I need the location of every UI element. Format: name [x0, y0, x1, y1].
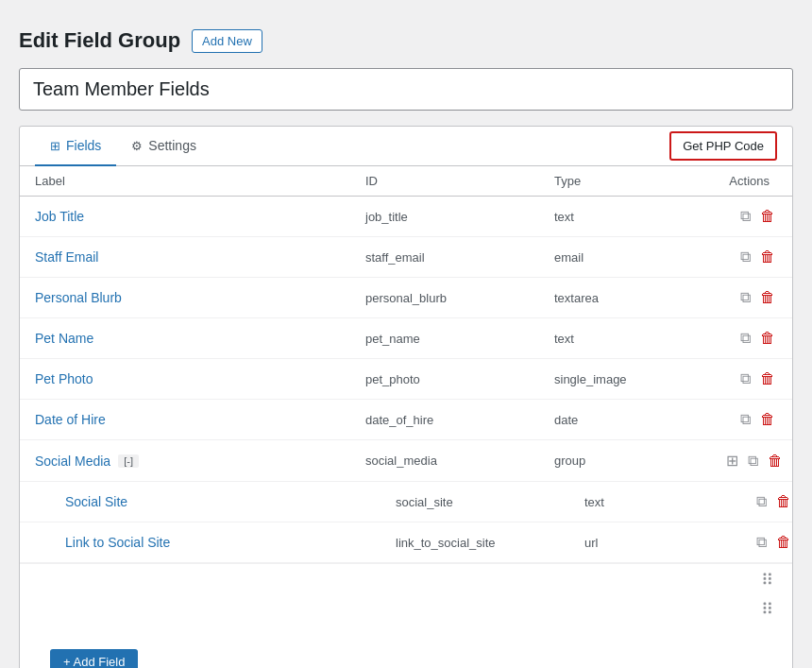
field-id-date-of-hire: date_of_hire — [365, 413, 554, 427]
tab-settings[interactable]: ⚙ Settings — [116, 127, 211, 166]
table-row: Pet Name pet_name text ⧉ 🗑 — [20, 318, 792, 359]
actions-pet-name: ⧉ 🗑 — [724, 328, 777, 349]
copy-social-media-button[interactable]: ⧉ — [746, 451, 760, 471]
table-row: Social Media [-] social_media group ⊞ ⧉ … — [20, 440, 792, 482]
table-row: Link to Social Site link_to_social_site … — [20, 522, 792, 563]
svg-rect-11 — [769, 611, 771, 614]
actions-social-site: ⧉ 🗑 — [754, 491, 793, 512]
field-id-staff-email: staff_email — [365, 250, 554, 265]
group-name-input[interactable] — [19, 68, 793, 111]
field-type-link-to-social-site: url — [584, 536, 754, 550]
delete-social-media-button[interactable]: 🗑 — [766, 451, 785, 471]
field-id-social-media: social_media — [365, 454, 554, 468]
delete-pet-photo-button[interactable]: 🗑 — [758, 368, 777, 389]
svg-rect-9 — [769, 603, 771, 606]
field-type-social-media: group — [554, 454, 724, 468]
delete-pet-name-button[interactable]: 🗑 — [758, 328, 777, 349]
field-type-social-site: text — [584, 495, 754, 509]
copy-pet-name-button[interactable]: ⧉ — [738, 328, 753, 349]
add-field-button[interactable]: + Add Field — [50, 649, 138, 668]
settings-tab-icon: ⚙ — [131, 139, 143, 153]
svg-rect-4 — [769, 577, 771, 580]
delete-date-of-hire-button[interactable]: 🗑 — [758, 409, 777, 430]
svg-rect-3 — [769, 574, 771, 576]
field-label-pet-photo[interactable]: Pet Photo — [35, 371, 93, 386]
copy-pet-photo-button[interactable]: ⧉ — [738, 368, 753, 389]
svg-rect-2 — [764, 582, 767, 585]
tabs-left: ⊞ Fields ⚙ Settings — [35, 127, 211, 165]
field-label-date-of-hire[interactable]: Date of Hire — [35, 412, 106, 427]
type-column-header: Type — [554, 174, 724, 188]
field-group-card: ⊞ Fields ⚙ Settings Get PHP Code Label I… — [19, 126, 793, 668]
table-row: Job Title job_title text ⧉ 🗑 — [20, 197, 792, 237]
delete-job-title-button[interactable]: 🗑 — [758, 206, 777, 227]
field-id-pet-photo: pet_photo — [365, 372, 554, 386]
field-type-pet-photo: single_image — [554, 372, 724, 386]
copy-date-of-hire-button[interactable]: ⧉ — [738, 409, 753, 430]
field-id-social-site: social_site — [396, 495, 584, 509]
copy-link-social-site-button[interactable]: ⧉ — [754, 532, 769, 553]
field-id-link-to-social-site: link_to_social_site — [396, 536, 584, 550]
table-row: Staff Email staff_email email ⧉ 🗑 — [20, 237, 792, 278]
field-type-pet-name: text — [554, 332, 724, 346]
tab-fields[interactable]: ⊞ Fields — [35, 127, 116, 166]
field-label-personal-blurb[interactable]: Personal Blurb — [35, 290, 122, 305]
field-id-job-title: job_title — [365, 210, 554, 224]
expand-social-media-button[interactable]: ⊞ — [724, 450, 740, 471]
drag-handle-1[interactable] — [760, 570, 777, 591]
table-row: Pet Photo pet_photo single_image ⧉ 🗑 — [20, 359, 792, 400]
actions-job-title: ⧉ 🗑 — [724, 206, 777, 227]
field-type-personal-blurb: textarea — [554, 291, 724, 305]
fields-tab-label: Fields — [66, 138, 101, 153]
table-row: Date of Hire date_of_hire date ⧉ 🗑 — [20, 400, 792, 440]
add-new-button[interactable]: Add New — [192, 29, 262, 53]
actions-personal-blurb: ⧉ 🗑 — [724, 287, 777, 308]
table-row: Personal Blurb personal_blurb textarea ⧉… — [20, 278, 792, 318]
page-title: Edit Field Group — [19, 28, 180, 53]
field-type-date-of-hire: date — [554, 413, 724, 427]
svg-rect-8 — [764, 611, 767, 614]
settings-tab-label: Settings — [148, 138, 196, 153]
field-type-job-title: text — [554, 210, 724, 224]
field-label-staff-email[interactable]: Staff Email — [35, 249, 98, 265]
field-type-staff-email: email — [554, 250, 724, 265]
field-label-social-site[interactable]: Social Site — [65, 494, 127, 509]
delete-social-site-button[interactable]: 🗑 — [774, 491, 793, 512]
field-id-personal-blurb: personal_blurb — [365, 291, 554, 305]
field-label-link-to-social-site[interactable]: Link to Social Site — [65, 535, 170, 550]
actions-pet-photo: ⧉ 🗑 — [724, 368, 777, 389]
get-php-code-button[interactable]: Get PHP Code — [669, 131, 777, 161]
fields-table: Label ID Type Actions Job Title job_titl… — [20, 166, 792, 626]
field-id-pet-name: pet_name — [365, 332, 554, 346]
delete-staff-email-button[interactable]: 🗑 — [758, 247, 777, 267]
social-media-label-cell: Social Media [-] — [35, 454, 365, 469]
fields-tab-icon: ⊞ — [50, 139, 60, 153]
drag-handle-2[interactable] — [760, 599, 777, 621]
svg-rect-6 — [764, 603, 767, 606]
table-header-row: Label ID Type Actions — [20, 166, 792, 197]
actions-social-media: ⊞ ⧉ 🗑 — [724, 450, 785, 471]
actions-link-to-social-site: ⧉ 🗑 — [754, 532, 793, 553]
delete-link-social-site-button[interactable]: 🗑 — [774, 532, 793, 553]
svg-rect-5 — [769, 582, 771, 585]
actions-column-header: Actions — [724, 174, 777, 188]
copy-staff-email-button[interactable]: ⧉ — [738, 247, 753, 267]
actions-staff-email: ⧉ 🗑 — [724, 247, 777, 267]
tabs-header: ⊞ Fields ⚙ Settings Get PHP Code — [20, 127, 792, 166]
collapse-badge[interactable]: [-] — [118, 454, 139, 468]
field-label-job-title[interactable]: Job Title — [35, 209, 84, 224]
id-column-header: ID — [365, 174, 554, 188]
field-label-pet-name[interactable]: Pet Name — [35, 331, 93, 346]
delete-personal-blurb-button[interactable]: 🗑 — [758, 287, 777, 308]
field-label-social-media[interactable]: Social Media — [35, 454, 110, 469]
actions-date-of-hire: ⧉ 🗑 — [724, 409, 777, 430]
copy-social-site-button[interactable]: ⧉ — [754, 491, 769, 512]
svg-rect-10 — [769, 607, 771, 609]
copy-personal-blurb-button[interactable]: ⧉ — [738, 287, 753, 308]
label-column-header: Label — [35, 174, 365, 188]
table-row: Social Site social_site text ⧉ 🗑 — [20, 482, 792, 522]
add-field-section: + Add Field — [20, 626, 792, 668]
svg-rect-7 — [764, 607, 767, 609]
copy-job-title-button[interactable]: ⧉ — [738, 206, 753, 227]
svg-rect-0 — [764, 574, 767, 576]
